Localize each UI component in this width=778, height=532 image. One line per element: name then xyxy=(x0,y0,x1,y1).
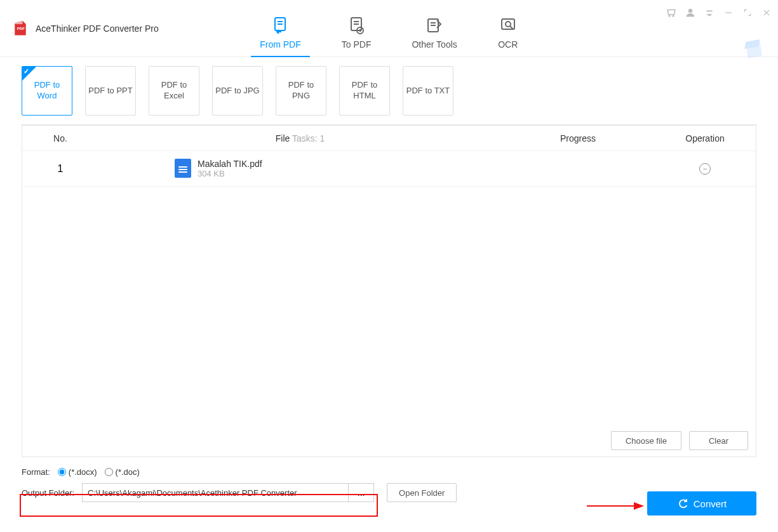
type-pdf-to-excel[interactable]: PDF to Excel xyxy=(149,66,199,116)
type-pdf-to-jpg[interactable]: PDF to JPG xyxy=(212,66,263,116)
output-folder-input[interactable] xyxy=(82,483,349,502)
svg-marker-9 xyxy=(634,502,644,510)
row-no: 1 xyxy=(22,163,98,175)
col-no-header: No. xyxy=(22,133,98,143)
close-icon[interactable] xyxy=(760,6,773,19)
format-label: Format: xyxy=(22,467,50,477)
tab-from-pdf[interactable]: From PDF xyxy=(251,15,310,57)
svg-point-6 xyxy=(506,22,511,27)
open-folder-button[interactable]: Open Folder xyxy=(387,483,457,502)
convert-button[interactable]: Convert xyxy=(647,491,756,515)
other-tools-icon xyxy=(424,15,445,36)
clear-button[interactable]: Clear xyxy=(689,431,748,450)
file-name: Makalah TIK.pdf xyxy=(198,159,262,170)
col-file-header: File Tasks: 1 xyxy=(98,133,502,143)
row-file: Makalah TIK.pdf 304 KB xyxy=(98,159,502,179)
menu-icon[interactable] xyxy=(703,6,716,19)
type-pdf-to-txt[interactable]: PDF to TXT xyxy=(403,66,453,116)
user-icon[interactable] xyxy=(684,6,697,19)
tab-other-tools[interactable]: Other Tools xyxy=(403,15,466,57)
cart-icon[interactable] xyxy=(665,6,678,19)
col-operation-header: Operation xyxy=(654,133,756,143)
row-operation: − xyxy=(654,163,756,175)
convert-icon xyxy=(677,498,688,509)
convert-button-label: Convert xyxy=(694,498,727,509)
file-table: No. File Tasks: 1 Progress Operation 1 M… xyxy=(22,124,756,457)
format-doc-radio[interactable]: (*.doc) xyxy=(105,467,140,477)
tab-ocr[interactable]: OCR xyxy=(489,15,527,57)
window-controls xyxy=(665,6,773,19)
table-footer: Choose file Clear xyxy=(611,431,748,450)
type-pdf-to-html[interactable]: PDF to HTML xyxy=(339,66,390,116)
type-pdf-to-png[interactable]: PDF to PNG xyxy=(276,66,326,116)
table-row: 1 Makalah TIK.pdf 304 KB − xyxy=(22,151,756,187)
maximize-icon[interactable] xyxy=(741,6,754,19)
to-pdf-icon xyxy=(346,15,366,36)
main-tabs: From PDF To PDF Other Tools OCR xyxy=(0,0,778,57)
tab-other-tools-label: Other Tools xyxy=(412,39,457,50)
minimize-icon[interactable] xyxy=(722,6,735,19)
file-icon xyxy=(175,159,191,178)
col-progress-header: Progress xyxy=(502,133,654,143)
type-pdf-to-word[interactable]: PDF to Word xyxy=(22,66,72,116)
table-header: No. File Tasks: 1 Progress Operation xyxy=(22,126,756,151)
tasks-count: Tasks: 1 xyxy=(290,133,325,143)
format-row: Format: (*.docx) (*.doc) xyxy=(0,457,778,477)
choose-file-button[interactable]: Choose file xyxy=(611,431,681,450)
browse-folder-button[interactable]: ... xyxy=(349,483,374,502)
ocr-icon xyxy=(498,15,518,36)
annotation-arrow-icon xyxy=(587,501,644,511)
tab-to-pdf[interactable]: To PDF xyxy=(333,15,380,57)
remove-row-button[interactable]: − xyxy=(699,163,711,175)
output-folder-label: Output Folder: xyxy=(22,488,74,498)
tab-to-pdf-label: To PDF xyxy=(342,39,372,50)
watermark-logo-icon xyxy=(739,35,767,63)
conversion-type-row: PDF to Word PDF to PPT PDF to Excel PDF … xyxy=(0,57,778,116)
tab-ocr-label: OCR xyxy=(498,39,518,50)
from-pdf-icon xyxy=(270,15,290,36)
svg-point-7 xyxy=(688,9,692,13)
format-docx-radio[interactable]: (*.docx) xyxy=(58,467,97,477)
tab-from-pdf-label: From PDF xyxy=(260,39,301,50)
titlebar: PDF AceThinker PDF Converter Pro From PD… xyxy=(0,0,778,57)
file-size: 304 KB xyxy=(198,169,262,178)
type-pdf-to-ppt[interactable]: PDF to PPT xyxy=(85,66,136,116)
